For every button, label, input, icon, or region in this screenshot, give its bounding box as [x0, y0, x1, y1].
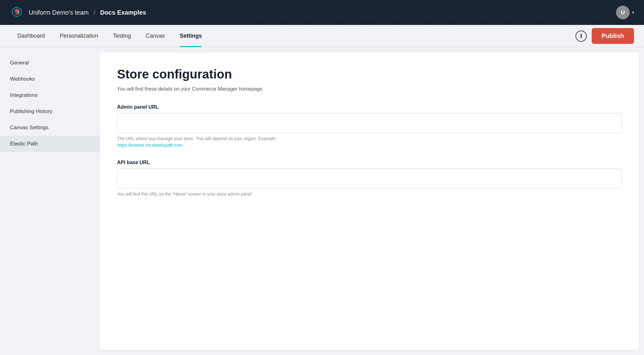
api-base-url-hint: You will find this URL on the "Home" scr…	[117, 191, 622, 197]
sidebar-item-webhooks[interactable]: Webhooks	[0, 71, 100, 87]
top-bar: Uniform Demo's team / Docs Examples U ▾	[0, 0, 644, 25]
page-subtitle: You will find these details on your Comm…	[117, 86, 622, 92]
admin-panel-url-hint-link[interactable]: https://euwest.cm.elasticpath.com	[117, 143, 182, 148]
team-name: Uniform Demo's team	[29, 9, 89, 16]
admin-panel-url-hint-text: The URL where you manage your store. Thi…	[117, 136, 277, 141]
page-title: Store configuration	[117, 67, 622, 81]
avatar-letter: U	[621, 9, 625, 16]
admin-panel-url-label: Admin panel URL	[117, 104, 622, 110]
api-base-url-input[interactable]	[117, 168, 622, 188]
top-bar-right: U ▾	[616, 6, 634, 19]
avatar-chevron-icon[interactable]: ▾	[632, 10, 634, 15]
nav-tabs: Dashboard Personalization Testing Canvas…	[10, 25, 209, 47]
info-button[interactable]: ℹ	[575, 31, 587, 42]
admin-panel-url-group: Admin panel URL The URL where you manage…	[117, 104, 622, 149]
sidebar: General Webhooks Integrations Publishing…	[0, 47, 100, 355]
api-base-url-label: API base URL	[117, 160, 622, 165]
tab-dashboard[interactable]: Dashboard	[10, 25, 52, 47]
sidebar-item-publishing-history[interactable]: Publishing History	[0, 103, 100, 120]
api-base-url-group: API base URL You will find this URL on t…	[117, 160, 622, 197]
separator: /	[93, 9, 95, 16]
sidebar-item-integrations[interactable]: Integrations	[0, 87, 100, 103]
avatar[interactable]: U	[616, 6, 630, 19]
main-layout: General Webhooks Integrations Publishing…	[0, 47, 644, 355]
api-base-url-hint-text: You will find this URL on the "Home" scr…	[117, 192, 251, 196]
logo-text: Uniform Demo's team / Docs Examples	[29, 9, 146, 16]
sidebar-item-elastic-path[interactable]: Elastic Path	[0, 136, 100, 152]
nav-right: ℹ Publish	[575, 28, 634, 44]
project-name: Docs Examples	[100, 9, 146, 16]
publish-button[interactable]: Publish	[592, 28, 634, 44]
top-bar-bg-decoration	[258, 0, 644, 25]
sidebar-item-canvas-settings[interactable]: Canvas Settings	[0, 120, 100, 136]
tab-personalization[interactable]: Personalization	[52, 25, 106, 47]
admin-panel-url-hint: The URL where you manage your store. Thi…	[117, 135, 622, 149]
admin-panel-url-input[interactable]	[117, 113, 622, 133]
secondary-nav: Dashboard Personalization Testing Canvas…	[0, 25, 644, 47]
uniform-logo-icon	[10, 6, 24, 19]
tab-canvas[interactable]: Canvas	[138, 25, 172, 47]
tab-testing[interactable]: Testing	[106, 25, 138, 47]
tab-settings[interactable]: Settings	[172, 25, 209, 47]
content-area: Store configuration You will find these …	[100, 52, 639, 350]
sidebar-item-general[interactable]: General	[0, 55, 100, 71]
logo-area: Uniform Demo's team / Docs Examples	[10, 6, 146, 19]
